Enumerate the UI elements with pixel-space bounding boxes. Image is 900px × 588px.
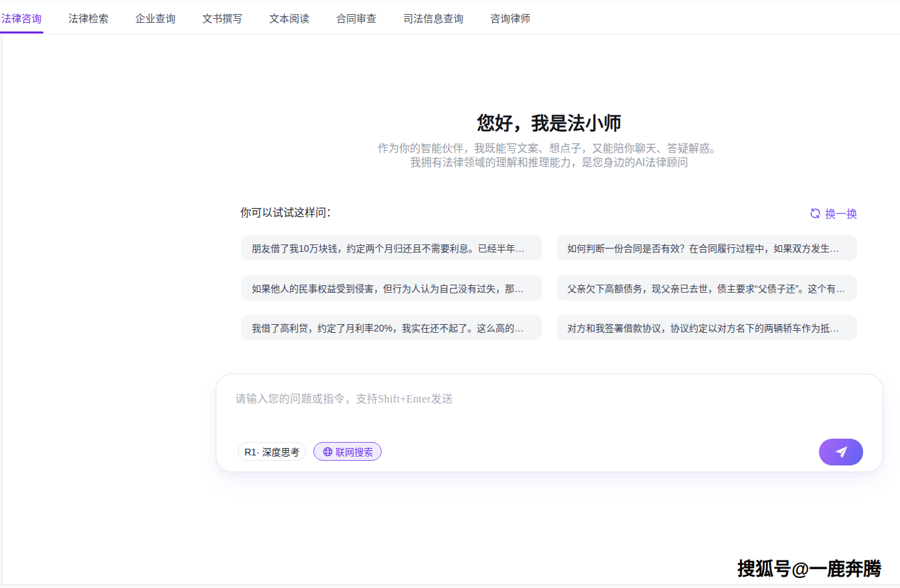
suggestion-card[interactable]: 对方和我签署借款协议，协议约定以对方名下的两辆轿车作为抵…	[556, 315, 857, 340]
top-tabbar: 法律咨询 法律检索 企业查询 文书撰写 文本阅读 合同审查 司法信息查询 咨询律…	[0, 0, 900, 34]
deep-think-label: R1· 深度思考	[244, 445, 299, 458]
tab-judicial-info[interactable]: 司法信息查询	[403, 2, 463, 33]
globe-icon	[323, 447, 333, 457]
app-window: 法律咨询 法律检索 企业查询 文书撰写 文本阅读 合同审查 司法信息查询 咨询律…	[0, 0, 900, 588]
tab-company-lookup[interactable]: 企业查询	[135, 2, 175, 33]
suggestion-card[interactable]: 我借了高利贷，约定了月利率20%，我实在还不起了。这么高的…	[241, 315, 542, 340]
sohu-watermark: 搜狐号@一鹿奔腾	[737, 555, 881, 581]
tab-document-writing[interactable]: 文书撰写	[202, 2, 242, 33]
refresh-label: 换一换	[825, 205, 857, 221]
web-search-label: 联网搜索	[335, 445, 373, 458]
paper-plane-icon	[833, 444, 850, 461]
composer-panel: R1· 深度思考 联网搜索	[216, 374, 883, 472]
suggestion-grid: 朋友借了我10万块钱，约定两个月归还且不需要利息。已经半年… 如果他人的民事权益…	[241, 235, 857, 340]
suggestions-heading: 你可以试试这样问：	[240, 204, 337, 220]
message-input[interactable]	[235, 390, 861, 431]
suggestion-card[interactable]: 如何判断一份合同是否有效？在合同履行过程中，如果双方发生…	[556, 235, 857, 261]
bottom-gutter	[0, 584, 900, 588]
subtitle-line-1: 作为你的智能伙伴，我既能写文案、想点子，又能陪你聊天、答疑解惑。	[174, 142, 900, 156]
tab-list: 法律咨询 法律检索 企业查询 文书撰写 文本阅读 合同审查 司法信息查询 咨询律…	[1, 2, 530, 33]
tab-contract-review[interactable]: 合同审查	[336, 2, 376, 33]
subtitle-line-2: 我拥有法律领域的理解和推理能力，是您身边的AI法律顾问	[174, 156, 900, 170]
deep-think-toggle[interactable]: R1· 深度思考	[238, 442, 306, 461]
web-search-toggle[interactable]: 联网搜索	[313, 442, 382, 461]
refresh-suggestions-button[interactable]: 换一换	[810, 205, 857, 221]
refresh-icon	[810, 208, 821, 219]
tab-consult-lawyer[interactable]: 咨询律师	[490, 2, 530, 33]
suggestion-card[interactable]: 如果他人的民事权益受到侵害，但行为人认为自己没有过失，那…	[241, 275, 542, 301]
page-subtitle: 作为你的智能伙伴，我既能写文案、想点子，又能陪你聊天、答疑解惑。 我拥有法律领域…	[174, 142, 900, 169]
tab-text-reading[interactable]: 文本阅读	[269, 2, 309, 33]
suggestion-card[interactable]: 父亲欠下高额债务，现父亲已去世，债主要求“父债子还”。这个有…	[556, 275, 857, 301]
send-button[interactable]	[819, 439, 863, 465]
tab-legal-search[interactable]: 法律检索	[68, 2, 108, 33]
page-title: 您好，我是法小师	[241, 113, 857, 135]
suggestion-card[interactable]: 朋友借了我10万块钱，约定两个月归还且不需要利息。已经半年…	[241, 235, 542, 261]
tab-legal-consult[interactable]: 法律咨询	[1, 2, 42, 33]
left-gutter	[0, 34, 3, 584]
